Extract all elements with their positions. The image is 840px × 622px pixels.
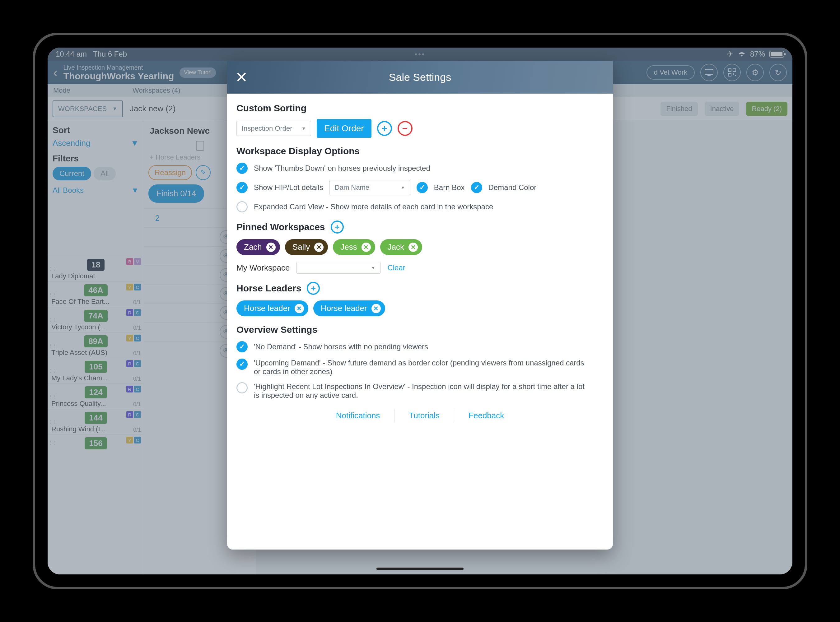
opt-hip-label: Show HIP/Lot details [254, 183, 323, 192]
chevron-down-icon: ▼ [301, 126, 306, 131]
my-workspace-dropdown[interactable]: ▼ [296, 262, 380, 274]
chevron-down-icon: ▼ [371, 265, 376, 270]
add-pinned-button[interactable]: + [331, 221, 344, 233]
highlight-recent-label: 'Highlight Recent Lot Inspections In Ove… [254, 382, 590, 399]
home-indicator[interactable] [376, 567, 464, 570]
remove-pin-icon[interactable]: ✕ [362, 242, 371, 252]
opt-expanded-label: Expanded Card View - Show more details o… [254, 203, 493, 211]
pinned-jess[interactable]: Jess✕ [333, 239, 375, 255]
sale-settings-modal: ✕ Sale Settings Custom Sorting Inspectio… [227, 61, 613, 550]
edit-order-button[interactable]: Edit Order [317, 119, 371, 138]
pinned-jack[interactable]: Jack✕ [380, 239, 422, 255]
modal-footer-links: Notifications Tutorials Feedback [237, 409, 603, 422]
demand-color-label: Demand Color [489, 183, 537, 192]
chevron-down-icon: ▼ [401, 185, 405, 190]
add-horse-leader-button[interactable]: + [307, 282, 320, 295]
remove-sort-button[interactable]: − [398, 121, 412, 136]
section-pinned: Pinned Workspaces [237, 222, 325, 232]
modal-title: Sale Settings [389, 71, 451, 83]
checkbox-hip-details[interactable] [237, 182, 247, 193]
pinned-zach[interactable]: Zach✕ [237, 239, 280, 255]
clear-button[interactable]: Clear [387, 264, 405, 272]
section-display-options: Workspace Display Options [237, 146, 603, 156]
section-horse-leaders: Horse Leaders [237, 283, 301, 294]
add-sort-button[interactable]: + [377, 121, 392, 136]
notifications-link[interactable]: Notifications [322, 409, 395, 422]
checkbox-highlight-recent[interactable] [237, 382, 247, 393]
remove-pin-icon[interactable]: ✕ [266, 242, 276, 252]
opt-thumbs-label: Show 'Thumbs Down' on horses previously … [254, 164, 430, 172]
upcoming-demand-label: 'Upcoming Demand' - Show future demand a… [254, 358, 590, 376]
no-demand-label: 'No Demand' - Show horses with no pendin… [254, 342, 428, 351]
horse-leader-2[interactable]: Horse leader✕ [313, 300, 385, 316]
checkbox-expanded-view[interactable] [237, 201, 247, 212]
my-workspace-label: My Workspace [237, 263, 290, 273]
tutorials-link[interactable]: Tutorials [394, 409, 454, 422]
feedback-link[interactable]: Feedback [454, 409, 518, 422]
horse-leader-1[interactable]: Horse leader✕ [237, 300, 308, 316]
section-overview: Overview Settings [237, 325, 603, 335]
checkbox-upcoming-demand[interactable] [237, 358, 247, 370]
remove-icon[interactable]: ✕ [371, 304, 381, 313]
close-icon[interactable]: ✕ [235, 69, 247, 86]
remove-icon[interactable]: ✕ [295, 304, 304, 313]
barn-box-label: Barn Box [434, 183, 465, 192]
pinned-sally[interactable]: Sally✕ [285, 239, 328, 255]
section-custom-sorting: Custom Sorting [237, 103, 603, 113]
checkbox-no-demand[interactable] [237, 341, 247, 352]
checkbox-demand-color[interactable] [471, 182, 482, 193]
checkbox-barn-box[interactable] [417, 182, 428, 193]
remove-pin-icon[interactable]: ✕ [314, 242, 324, 252]
checkbox-thumbs-down[interactable] [237, 163, 247, 174]
remove-pin-icon[interactable]: ✕ [408, 242, 418, 252]
sort-dropdown[interactable]: Inspection Order▼ [237, 121, 311, 136]
hip-details-dropdown[interactable]: Dam Name▼ [330, 180, 410, 195]
